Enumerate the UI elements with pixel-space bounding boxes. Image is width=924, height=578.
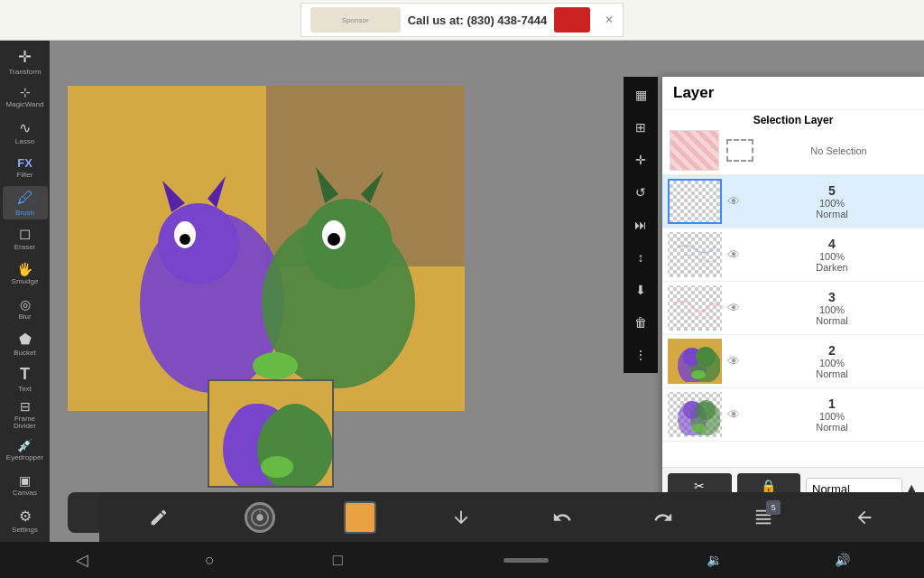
tool-text[interactable]: T Text <box>3 363 48 396</box>
right-mini-toolbar: ▦ ⊞ ✛ ↺ ⏭ ↕ ⬇ 🗑 ⋮ <box>624 77 658 373</box>
tool-eyedropper[interactable]: 💉 Eyedropper <box>3 434 48 467</box>
svg-rect-21 <box>670 181 722 224</box>
svg-point-34 <box>696 400 716 420</box>
svg-rect-23 <box>670 287 722 331</box>
mini-tool-undo[interactable]: ↺ <box>626 178 655 207</box>
layer-1-visibility[interactable]: 👁 <box>727 407 740 422</box>
canvas-area[interactable]: + ⧉ 📷 ⇔ ⊕ Layer Selection Layer <box>50 41 924 542</box>
tool-framedivider[interactable]: ⊟ Frame Divider <box>3 398 48 432</box>
ad-content: Sponsor Call us at: (830) 438-7444 ✕ <box>300 3 624 37</box>
tool-lasso[interactable]: ∿ Lasso <box>3 116 48 149</box>
svg-point-19 <box>271 404 319 452</box>
app-toolbar: 5 <box>99 492 924 542</box>
mini-tool-grid[interactable]: ▦ <box>626 80 655 109</box>
ad-badge <box>554 7 590 33</box>
layer-1-thumbnail <box>668 392 722 437</box>
selection-layer-section: Selection Layer No Selection <box>662 110 924 175</box>
layer-panel: Layer Selection Layer No Selection <box>662 77 924 542</box>
tool-transform[interactable]: ✛ Transform <box>3 45 48 79</box>
tool-eraser[interactable]: ◻ Eraser <box>3 221 48 255</box>
layer-3-thumbnail <box>668 285 722 331</box>
svg-point-37 <box>256 514 263 520</box>
app-tool-arrow-down[interactable] <box>442 499 480 536</box>
canvas-thumbnail <box>208 379 334 488</box>
layer-3-visibility[interactable]: 👁 <box>727 301 740 315</box>
tool-bucket[interactable]: ⬟ Bucket <box>3 328 48 361</box>
layer-4-visibility[interactable]: 👁 <box>727 247 740 262</box>
mini-tool-move[interactable]: ✛ <box>626 145 655 174</box>
layer-5-info: 5 100% Normal <box>745 183 919 219</box>
canvas-artwork <box>68 86 465 411</box>
ad-banner: Sponsor Call us at: (830) 438-7444 ✕ <box>0 0 924 41</box>
layer-row-5[interactable]: 👁 5 100% Normal <box>662 175 924 228</box>
svg-point-14 <box>253 352 298 379</box>
app-tool-back[interactable] <box>845 499 883 536</box>
layer-row-1[interactable]: 👁 1 100% Normal <box>662 388 924 442</box>
nav-pill <box>504 558 549 563</box>
canvas-drawing[interactable] <box>68 86 465 411</box>
selection-thumbnail <box>670 130 719 171</box>
svg-point-3 <box>158 203 239 284</box>
layer-row-2[interactable]: 👁 2 100% Normal <box>662 335 924 388</box>
svg-point-20 <box>261 456 293 478</box>
color-swatch-button[interactable] <box>341 499 379 536</box>
tool-blur[interactable]: ◎ Blur <box>3 293 48 326</box>
layer-4-thumbnail <box>668 232 722 277</box>
svg-rect-40 <box>756 522 772 524</box>
thumbnail-artwork <box>209 381 334 488</box>
android-nav-bar: ◁ ○ □ 🔉 🔊 <box>0 542 924 578</box>
app-tool-disk[interactable] <box>241 499 279 536</box>
layer-3-info: 3 100% Normal <box>745 290 919 326</box>
mini-tool-download[interactable]: ⬇ <box>626 275 655 304</box>
selection-layer-title: Selection Layer <box>670 114 917 126</box>
layer-4-info: 4 100% Darken <box>745 237 919 273</box>
color-swatch <box>344 501 376 534</box>
tool-filter[interactable]: FX Filter <box>3 151 48 184</box>
svg-point-9 <box>302 199 393 289</box>
ad-phone: Call us at: (830) 438-7444 <box>408 14 548 27</box>
mini-tool-skip[interactable]: ⏭ <box>626 210 655 239</box>
app-tool-layer-badge[interactable]: 5 <box>744 499 782 536</box>
layer-2-visibility[interactable]: 👁 <box>727 354 740 368</box>
mini-tool-layers[interactable]: ⊞ <box>626 113 655 142</box>
nav-home[interactable]: ○ <box>193 544 226 576</box>
selection-dashed-box <box>726 139 753 162</box>
layer-5-visibility[interactable]: 👁 <box>727 194 740 209</box>
nav-back[interactable]: ◁ <box>66 544 98 576</box>
mini-tool-more[interactable]: ⋮ <box>626 340 655 369</box>
tool-magicwand[interactable]: ⊹ MagicWand <box>3 80 48 114</box>
tool-canvas[interactable]: ▣ Canvas <box>3 469 48 502</box>
svg-point-5 <box>180 234 190 245</box>
app-tool-redo[interactable] <box>644 499 682 536</box>
layer-1-info: 1 100% Normal <box>745 396 919 433</box>
layer-panel-title: Layer <box>673 84 714 102</box>
no-selection-label: No Selection <box>761 145 917 156</box>
canvas-background <box>68 86 465 411</box>
mini-tool-resize[interactable]: ↕ <box>626 243 655 272</box>
layer-panel-header: Layer <box>662 77 924 110</box>
nav-recents[interactable]: □ <box>321 544 354 576</box>
left-toolbar: ✛ Transform ⊹ MagicWand ∿ Lasso FX Filte… <box>0 41 50 542</box>
svg-point-35 <box>691 424 706 433</box>
layer-list: 👁 5 100% Normal <box>662 175 924 467</box>
nav-volume-up[interactable]: 🔊 <box>826 544 858 576</box>
svg-point-11 <box>328 233 340 246</box>
layer-row-4[interactable]: 👁 4 100% Darken <box>662 228 924 282</box>
tool-settings[interactable]: ⚙ Settings <box>3 504 48 537</box>
nav-volume-down[interactable]: 🔉 <box>698 544 730 576</box>
ad-logo: Sponsor <box>310 7 401 33</box>
svg-rect-39 <box>756 517 772 519</box>
mini-tool-delete[interactable]: 🗑 <box>626 308 655 337</box>
layer-2-info: 2 100% Normal <box>745 343 919 379</box>
app-tool-pencil[interactable] <box>140 499 178 536</box>
layer-5-thumbnail <box>668 179 722 224</box>
layer-row-3[interactable]: 👁 3 100% Normal <box>662 282 924 335</box>
svg-point-29 <box>691 370 706 379</box>
app-tool-undo[interactable] <box>543 499 581 536</box>
svg-point-28 <box>696 347 716 367</box>
tool-brush[interactable]: 🖊 Brush <box>3 186 48 219</box>
ad-close[interactable]: ✕ <box>605 14 614 26</box>
layer-2-thumbnail <box>668 339 722 384</box>
tool-smudge[interactable]: 🖐 Smudge <box>3 256 48 290</box>
